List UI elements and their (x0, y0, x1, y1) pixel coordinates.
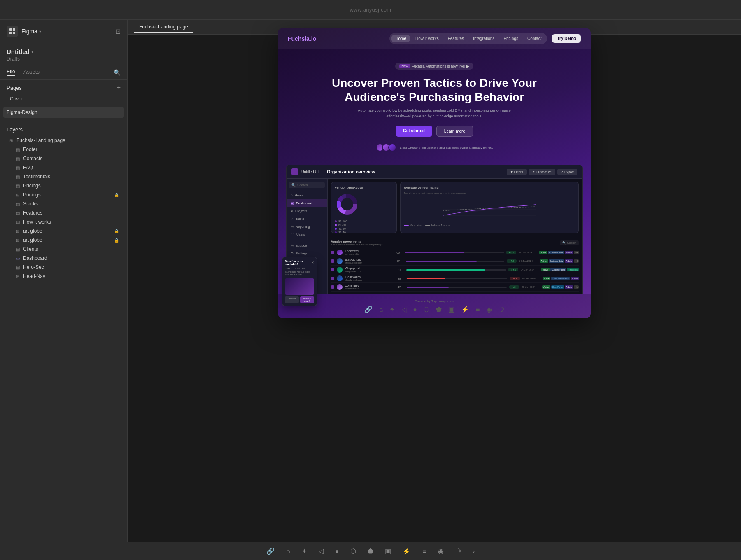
layer-icon-grid: ⊞ (8, 138, 14, 143)
layer-pricings-2-label: Pricings (23, 192, 112, 198)
layer-pricings-2[interactable]: ⊞ Pricings 🔒 (2, 190, 126, 199)
toolbar-icon-dot[interactable]: ◉ (436, 546, 445, 557)
layer-contacts[interactable]: ▤ Contacts (2, 154, 126, 163)
dash-nav-users[interactable]: ◯ Users (287, 231, 327, 238)
layer-icon-section: ▤ (15, 210, 21, 216)
add-page-button[interactable]: + (117, 84, 121, 91)
layer-testimonials[interactable]: ▤ Testimonials (2, 172, 126, 181)
dash-nav-tasks[interactable]: ✓ Tasks (287, 215, 327, 223)
toolbar-icon-star[interactable]: ✦ (300, 546, 309, 557)
figma-design-item[interactable]: Figma-Design (3, 107, 124, 118)
layer-icon-grid: ⊞ (15, 237, 21, 243)
landing-nav-links: Home How it works Features Integrations … (389, 33, 547, 44)
toolbar-icon-home[interactable]: ⌂ (284, 546, 292, 557)
layer-icon-section: ▤ (15, 174, 21, 180)
toolbar-icon-grid[interactable]: ▣ (383, 546, 393, 557)
layer-art-globe-1[interactable]: ⊞ art globe 🔒 (2, 226, 126, 236)
sidebar-logo-area[interactable]: Figma ▾ (7, 26, 41, 37)
vendor-avatar (337, 267, 343, 273)
vendor-change: +4.6 (507, 259, 517, 263)
dash-users-icon: ◯ (291, 233, 294, 236)
trusted-logo-2: ⌂ (379, 306, 383, 313)
vendor-check (331, 268, 334, 271)
dash-search[interactable]: 🔍 Search (289, 182, 325, 188)
svg-rect-0 (9, 28, 12, 31)
layer-hero-sec[interactable]: ▤ Hero-Sec (2, 263, 126, 272)
tab-assets[interactable]: Assets (23, 69, 40, 76)
vendor-check (331, 251, 334, 254)
vendor-search-icon: 🔍 (562, 241, 566, 245)
vendor-name: Stack3d Labstack3dlab.com (345, 258, 394, 264)
tab-file[interactable]: File (7, 68, 15, 76)
trusted-title: Trusted by Top companies (283, 299, 586, 303)
dash-export-btn[interactable]: ↗ Export (557, 169, 577, 175)
trusted-logo-3: ✦ (389, 306, 395, 313)
badge-business-data: Business data (549, 259, 564, 263)
vendor-check (331, 277, 334, 280)
dash-content: Vendor breakdown (328, 179, 582, 294)
layer-how-it-works[interactable]: ▤ How it works (2, 217, 126, 226)
layer-pricings-1[interactable]: ▤ Pricings (2, 181, 126, 190)
trusted-row: Trusted by Top companies 🔗 ⌂ ✦ ◁ ● ⬡ ⬟ ▣… (278, 294, 591, 318)
toolbar-icon-circle[interactable]: ● (333, 546, 341, 557)
toolbar-icon-back[interactable]: ◁ (317, 546, 325, 557)
dash-nav-home[interactable]: ⌂ Home (287, 191, 327, 199)
toolbar-icon-hex[interactable]: ⬡ (349, 546, 358, 557)
toolbar-icon-chevron[interactable]: › (471, 546, 476, 557)
toolbar-icon-moon[interactable]: ☽ (454, 546, 463, 557)
dash-support-icon: ◎ (291, 244, 294, 247)
layer-root[interactable]: ⊞ Fuchsia-Landing page (2, 136, 126, 145)
nav-link-features[interactable]: Features (444, 35, 468, 42)
vendor-row: Warpspeedwarpspeed.com 79 +9.5 24 Jan 20… (331, 266, 579, 274)
layer-stacks[interactable]: ▤ Stacks (2, 199, 126, 208)
hero-get-started-button[interactable]: Get started (396, 126, 432, 137)
panel-toggle-icon[interactable]: ⊡ (115, 28, 121, 35)
layer-footer-label: Footer (23, 147, 119, 152)
layer-art-globe-2-label: art globe (23, 237, 112, 243)
vendor-check (331, 259, 334, 263)
sidebar-title-group[interactable]: Figma ▾ (21, 28, 41, 35)
app-watermark: www.anyusj.com (350, 7, 391, 13)
project-name[interactable]: Untitled ▾ (7, 48, 121, 55)
layer-faq[interactable]: ▤ FAQ (2, 163, 126, 172)
vendor-row: CommunAIcommunai.io 42 +2 20 Jan 2024 Ac… (331, 283, 579, 292)
nav-link-contact[interactable]: Contact (523, 35, 545, 42)
page-item-cover[interactable]: Cover (7, 94, 121, 104)
dash-nav-projects[interactable]: ◈ Projects (287, 207, 327, 215)
layer-art-globe-2[interactable]: ⊞ art globe 🔒 (2, 236, 126, 245)
vendor-movements-title: Vendor movements (331, 240, 383, 243)
nav-link-pricings[interactable]: Pricings (499, 35, 522, 42)
nav-link-integrations[interactable]: Integrations (469, 35, 499, 42)
vendor-search[interactable]: 🔍 Search (560, 240, 579, 245)
dash-nav-settings[interactable]: ⚙ Settings (287, 250, 327, 257)
nav-link-how[interactable]: How it works (411, 35, 443, 42)
vendor-badges: Active Business data Admin +4 (540, 259, 579, 263)
toolbar-icon-link[interactable]: 🔗 (265, 546, 276, 557)
toolbar-icon-shape[interactable]: ⬟ (366, 546, 375, 557)
layer-head-nav[interactable]: ⊞ Head-Nav (2, 272, 126, 281)
vendor-bar (405, 252, 464, 253)
hero-learn-more-button[interactable]: Learn more (436, 126, 473, 137)
layer-clients[interactable]: ▤ Clients (2, 245, 126, 254)
nav-cta-button[interactable]: Try Demo (552, 34, 581, 43)
dash-nav-reporting[interactable]: ◎ Reporting (287, 223, 327, 231)
dash-customize-btn[interactable]: ✦ Customize (529, 169, 555, 175)
layer-features[interactable]: ▤ Features (2, 208, 126, 217)
nav-link-home[interactable]: Home (391, 35, 410, 42)
layer-icon-section: ▤ (15, 246, 21, 252)
legend-text-1: 81-100 (338, 220, 347, 223)
toolbar-icon-bolt[interactable]: ⚡ (401, 546, 412, 557)
sidebar-chevron-icon: ▾ (39, 29, 41, 34)
toolbar-icon-lines[interactable]: ≡ (421, 546, 428, 557)
badge-active: Active (542, 285, 550, 289)
layer-footer[interactable]: ▤ Footer (2, 145, 126, 154)
vendor-bar (406, 261, 477, 262)
dash-nav-support[interactable]: ◎ Support (287, 242, 327, 250)
dash-nav-dashboard[interactable]: ▣ Dashboard (287, 199, 327, 207)
search-icon[interactable]: 🔍 (114, 69, 121, 76)
layer-dashboard[interactable]: ▭ Dashboard (2, 254, 126, 263)
dash-filters-btn[interactable]: ▼ Filters (507, 169, 527, 175)
legend-dot-4 (335, 231, 337, 233)
hero-title-line1: Uncover Proven Tactics to Drive Your (294, 76, 574, 90)
canvas-tab-main[interactable]: Fuchsia-Landing page (134, 21, 193, 33)
